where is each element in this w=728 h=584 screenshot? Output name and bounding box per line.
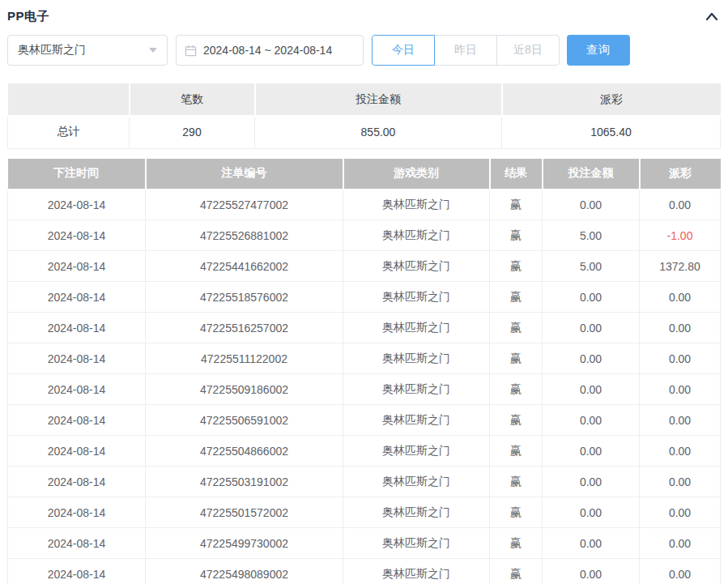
table-cell: 0.00 — [543, 436, 640, 467]
table-cell: 47225506591002 — [146, 405, 343, 436]
table-cell: 0.00 — [640, 190, 721, 220]
summary-total-count: 290 — [130, 116, 255, 148]
chevron-down-icon — [149, 48, 157, 53]
table-cell: 2024-08-14 — [8, 343, 146, 374]
collapse-chevron-up-icon[interactable] — [703, 7, 721, 25]
table-row: 2024-08-1447225526881002奥林匹斯之门赢5.00-1.00 — [8, 220, 721, 251]
table-cell: 赢 — [490, 282, 543, 313]
table-row: 2024-08-1447225501572002奥林匹斯之门赢0.000.00 — [8, 497, 721, 528]
table-cell: 奥林匹斯之门 — [343, 220, 490, 251]
panel-title: PP电子 — [7, 9, 49, 24]
table-cell: 奥林匹斯之门 — [343, 190, 490, 220]
date-range-input[interactable]: 2024-08-14 ~ 2024-08-14 — [176, 35, 364, 66]
table-cell: 0.00 — [543, 190, 640, 220]
table-cell: 0.00 — [640, 282, 721, 313]
summary-col-payout: 派彩 — [502, 83, 721, 116]
table-cell: 5.00 — [543, 251, 640, 282]
search-button[interactable]: 查询 — [567, 35, 630, 66]
summary-total-payout: 1065.40 — [502, 116, 721, 148]
table-cell: 赢 — [490, 190, 543, 220]
table-row: 2024-08-1447225498089002奥林匹斯之门赢0.000.00 — [8, 559, 721, 584]
today-button[interactable]: 今日 — [372, 35, 435, 66]
table-cell: 47225516257002 — [146, 313, 343, 343]
table-cell: 5.00 — [543, 220, 640, 251]
table-cell: 0.00 — [640, 436, 721, 467]
table-row: 2024-08-1447225511122002奥林匹斯之门赢0.000.00 — [8, 343, 721, 374]
table-cell: 47225501572002 — [146, 497, 343, 528]
table-cell: 奥林匹斯之门 — [343, 467, 490, 497]
table-cell: 赢 — [490, 343, 543, 374]
summary-total-bet-amount: 855.00 — [255, 116, 502, 148]
records-column-header: 结果 — [490, 159, 543, 190]
table-row: 2024-08-1447225527477002奥林匹斯之门赢0.000.00 — [8, 190, 721, 220]
table-cell: 2024-08-14 — [8, 436, 146, 467]
table-cell: 赢 — [490, 467, 543, 497]
summary-col-blank — [8, 83, 130, 116]
records-column-header: 下注时间 — [8, 159, 146, 190]
table-cell: 0.00 — [640, 467, 721, 497]
table-row: 2024-08-1447225499730002奥林匹斯之门赢0.000.00 — [8, 528, 721, 559]
table-cell: 0.00 — [640, 528, 721, 559]
table-cell: 赢 — [490, 528, 543, 559]
pp-electronic-panel: PP电子 奥林匹斯之门 2024-08-14 ~ 2024-08-14 今日 昨… — [0, 0, 728, 584]
table-cell: 47225527477002 — [146, 190, 343, 220]
table-row: 2024-08-1447225503191002奥林匹斯之门赢0.000.00 — [8, 467, 721, 497]
records-table: 下注时间注单编号游戏类别结果投注金额派彩 2024-08-14472255274… — [7, 159, 721, 584]
table-cell: 0.00 — [543, 467, 640, 497]
table-cell: 0.00 — [543, 405, 640, 436]
quick-range-group: 今日 昨日 近8日 — [372, 35, 560, 66]
table-cell: 47225518576002 — [146, 282, 343, 313]
table-cell: 2024-08-14 — [8, 467, 146, 497]
table-cell: 2024-08-14 — [8, 190, 146, 220]
table-cell: 0.00 — [543, 497, 640, 528]
table-cell: 赢 — [490, 313, 543, 343]
table-row: 2024-08-1447225516257002奥林匹斯之门赢0.000.00 — [8, 313, 721, 343]
table-row: 2024-08-1447225506591002奥林匹斯之门赢0.000.00 — [8, 405, 721, 436]
table-cell: 0.00 — [640, 497, 721, 528]
table-cell: -1.00 — [640, 220, 721, 251]
table-cell: 2024-08-14 — [8, 497, 146, 528]
table-cell: 0.00 — [640, 313, 721, 343]
table-cell: 赢 — [490, 220, 543, 251]
table-cell: 赢 — [490, 559, 543, 584]
table-cell: 47225498089002 — [146, 559, 343, 584]
table-cell: 奥林匹斯之门 — [343, 559, 490, 584]
table-cell: 2024-08-14 — [8, 374, 146, 405]
chevron-up-icon — [705, 11, 718, 21]
table-cell: 1372.80 — [640, 251, 721, 282]
table-cell: 赢 — [490, 436, 543, 467]
table-cell: 0.00 — [543, 559, 640, 584]
summary-col-count: 笔数 — [130, 83, 255, 116]
table-cell: 奥林匹斯之门 — [343, 497, 490, 528]
records-column-header: 投注金额 — [543, 159, 640, 190]
table-row: 2024-08-1447225441662002奥林匹斯之门赢5.001372.… — [8, 251, 721, 282]
summary-header-row: 笔数 投注金额 派彩 — [8, 83, 721, 116]
table-cell: 奥林匹斯之门 — [343, 405, 490, 436]
table-cell: 赢 — [490, 497, 543, 528]
table-row: 2024-08-1447225518576002奥林匹斯之门赢0.000.00 — [8, 282, 721, 313]
table-cell: 0.00 — [640, 374, 721, 405]
last-8-days-button[interactable]: 近8日 — [496, 35, 560, 66]
table-cell: 赢 — [490, 405, 543, 436]
table-cell: 2024-08-14 — [8, 220, 146, 251]
table-cell: 2024-08-14 — [8, 405, 146, 436]
table-cell: 奥林匹斯之门 — [343, 528, 490, 559]
table-cell: 2024-08-14 — [8, 528, 146, 559]
yesterday-button[interactable]: 昨日 — [434, 35, 497, 66]
table-row: 2024-08-1447225509186002奥林匹斯之门赢0.000.00 — [8, 374, 721, 405]
table-cell: 0.00 — [640, 343, 721, 374]
table-cell: 47225499730002 — [146, 528, 343, 559]
records-column-header: 派彩 — [640, 159, 721, 190]
table-cell: 0.00 — [640, 559, 721, 584]
table-cell: 2024-08-14 — [8, 313, 146, 343]
table-row: 2024-08-1447225504866002奥林匹斯之门赢0.000.00 — [8, 436, 721, 467]
records-tbody: 2024-08-1447225527477002奥林匹斯之门赢0.000.002… — [8, 190, 721, 584]
panel-header: PP电子 — [7, 0, 721, 28]
table-cell: 奥林匹斯之门 — [343, 251, 490, 282]
date-range-value: 2024-08-14 ~ 2024-08-14 — [203, 44, 332, 57]
summary-table: 笔数 投注金额 派彩 总计 290 855.00 1065.40 — [7, 83, 721, 149]
table-cell: 奥林匹斯之门 — [343, 313, 490, 343]
game-select[interactable]: 奥林匹斯之门 — [7, 35, 168, 66]
table-cell: 2024-08-14 — [8, 282, 146, 313]
records-column-header: 游戏类别 — [343, 159, 490, 190]
